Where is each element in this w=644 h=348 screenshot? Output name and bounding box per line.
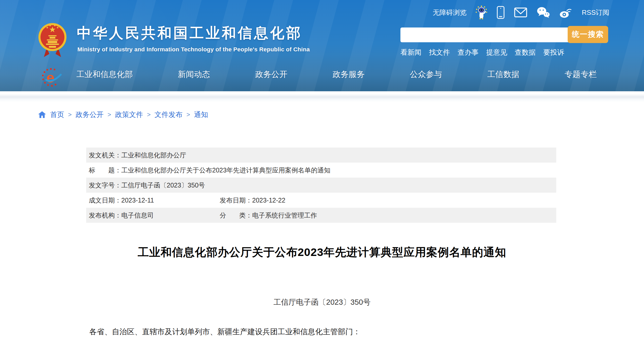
search-button[interactable]: 统一搜索 <box>568 26 608 43</box>
quick-link-news[interactable]: 看新闻 <box>400 48 421 57</box>
article-doc-number: 工信厅电子函〔2023〕350号 <box>0 297 644 308</box>
site-title-en: Ministry of Industry and Information Tec… <box>77 46 310 53</box>
utility-bar: 无障碍浏览 <box>433 5 609 20</box>
breadcrumb-home[interactable]: 首页 <box>50 110 64 119</box>
breadcrumb-notice[interactable]: 通知 <box>194 110 208 119</box>
meta-label-publish-date: 发布日期： <box>220 196 252 205</box>
quick-link-files[interactable]: 找文件 <box>429 48 450 57</box>
meta-label-doc-number: 发文字号： <box>89 181 121 190</box>
robot-mascot-icon[interactable] <box>475 5 487 20</box>
site-title-cn: 中华人民共和国工业和信息化部 <box>77 25 302 41</box>
national-emblem: ★ ★ ★ ★ ★ <box>38 21 67 59</box>
doc-meta-table: 发文机关： 工业和信息化部办公厅 标 题： 工业和信息化部办公厅关于公布2023… <box>86 148 556 223</box>
search-input[interactable] <box>400 27 570 42</box>
table-row: 发布机构： 电子信息司 分 类： 电子系统行业管理工作 <box>86 208 556 223</box>
breadcrumb-policy-files[interactable]: 政策文件 <box>115 110 143 119</box>
meta-label-written-date: 成文日期： <box>89 196 121 205</box>
article-title: 工业和信息化部办公厅关于公布2023年先进计算典型应用案例名单的通知 <box>0 245 644 260</box>
quick-links: 看新闻 找文件 查办事 提意见 查数据 要投诉 <box>400 48 564 57</box>
meta-label-publishing-org: 发布机构： <box>89 211 121 220</box>
meta-value-publish-date: 2023-12-22 <box>252 197 285 204</box>
meta-label-issuing-office: 发文机关： <box>89 151 121 159</box>
quick-link-data[interactable]: 查数据 <box>515 48 536 57</box>
svg-text:★: ★ <box>56 26 59 29</box>
quick-link-feedback[interactable]: 提意见 <box>486 48 507 57</box>
breadcrumb-file-release[interactable]: 文件发布 <box>155 110 183 119</box>
table-row: 发文字号： 工信厅电子函〔2023〕350号 <box>86 178 556 193</box>
meta-label-category: 分 类： <box>220 211 252 220</box>
header-shadow-divider <box>0 91 644 102</box>
table-row: 成文日期： 2023-12-11 发布日期： 2023-12-22 <box>86 193 556 208</box>
nav-item-topics[interactable]: 专题专栏 <box>565 69 597 80</box>
breadcrumb-separator: > <box>68 111 72 118</box>
svg-text:★: ★ <box>53 24 56 27</box>
nav-item-participation[interactable]: 公众参与 <box>410 69 442 80</box>
meta-label-title: 标 题： <box>89 166 121 175</box>
home-icon[interactable] <box>38 111 46 119</box>
meta-value-issuing-office: 工业和信息化部办公厅 <box>121 151 186 159</box>
page: 无障碍浏览 <box>0 0 644 348</box>
breadcrumb-separator: > <box>147 111 151 118</box>
rss-link[interactable]: RSS订阅 <box>582 8 609 17</box>
meta-value-title: 工业和信息化部办公厅关于公布2023年先进计算典型应用案例名单的通知 <box>121 166 331 175</box>
meta-value-doc-number: 工信厅电子函〔2023〕350号 <box>121 181 205 190</box>
miit-e-logo-icon[interactable]: e <box>41 67 62 88</box>
weibo-icon[interactable] <box>559 6 573 18</box>
table-row: 发文机关： 工业和信息化部办公厅 <box>86 148 556 163</box>
svg-text:e: e <box>46 69 54 86</box>
nav-item-data[interactable]: 工信数据 <box>487 69 519 80</box>
quick-link-services[interactable]: 查办事 <box>458 48 479 57</box>
breadcrumb-separator: > <box>108 111 111 118</box>
nav-item-news[interactable]: 新闻动态 <box>178 69 210 80</box>
nav-item-gov-services[interactable]: 政务服务 <box>332 69 365 80</box>
meta-value-written-date: 2023-12-11 <box>121 197 154 204</box>
breadcrumb: 首页 > 政务公开 > 政策文件 > 文件发布 > 通知 <box>38 110 208 119</box>
article-salutation: 各省、自治区、直辖市及计划单列市、新疆生产建设兵团工业和信息化主管部门： <box>89 327 360 337</box>
site-header: 无障碍浏览 <box>0 0 644 91</box>
accessibility-link[interactable]: 无障碍浏览 <box>433 8 467 17</box>
main-nav: 工业和信息化部 新闻动态 政务公开 政务服务 公众参与 工信数据 专题专栏 <box>76 69 597 80</box>
search-box <box>400 27 570 42</box>
breadcrumb-gov-open[interactable]: 政务公开 <box>76 110 104 119</box>
wechat-icon[interactable] <box>536 6 550 18</box>
meta-value-publishing-org: 电子信息司 <box>121 211 154 220</box>
svg-text:★: ★ <box>49 24 51 27</box>
meta-value-category: 电子系统行业管理工作 <box>252 211 317 220</box>
svg-text:★: ★ <box>46 26 49 29</box>
mail-icon[interactable] <box>514 7 527 18</box>
quick-link-complaint[interactable]: 要投诉 <box>543 48 564 57</box>
table-row: 标 题： 工业和信息化部办公厅关于公布2023年先进计算典型应用案例名单的通知 <box>86 163 556 178</box>
nav-item-gov-open[interactable]: 政务公开 <box>255 69 287 80</box>
breadcrumb-separator: > <box>186 111 190 118</box>
nav-item-miit[interactable]: 工业和信息化部 <box>76 69 133 80</box>
mobile-icon[interactable] <box>496 6 505 19</box>
